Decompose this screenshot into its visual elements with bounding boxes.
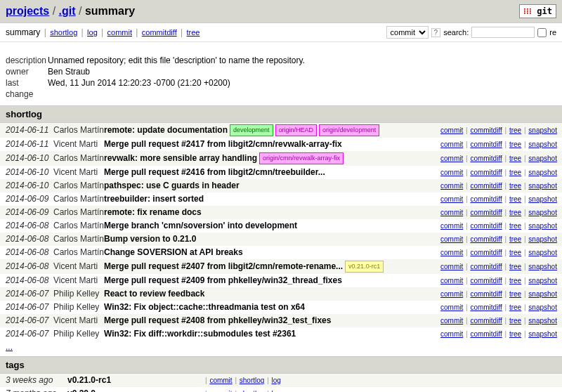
action-commitdiff[interactable]: commitdiff <box>470 155 502 162</box>
action-snapshot[interactable]: snapshot <box>528 317 557 325</box>
action-commitdiff[interactable]: commitdiff <box>470 222 502 230</box>
action-commitdiff[interactable]: commitdiff <box>470 169 502 176</box>
action-tree[interactable]: tree <box>509 330 521 338</box>
action-tree[interactable]: tree <box>509 317 521 325</box>
nav-item-tree[interactable]: tree <box>187 28 200 37</box>
action-commitdiff[interactable]: commitdiff <box>470 235 502 243</box>
commit-title[interactable]: Merge pull request #2408 from phkelley/w… <box>104 315 331 326</box>
commit-title[interactable]: Merge pull request #2417 from libgit2/cm… <box>104 139 342 150</box>
action-commit[interactable]: commit <box>440 263 463 270</box>
commit-title[interactable]: Merge pull request #2416 from libgit2/cm… <box>104 167 325 178</box>
action-commitdiff[interactable]: commitdiff <box>470 303 502 311</box>
action-tree[interactable]: tree <box>509 155 521 162</box>
action-tree[interactable]: tree <box>509 277 521 285</box>
action-tree[interactable]: tree <box>509 303 521 311</box>
action-commitdiff[interactable]: commitdiff <box>470 249 502 256</box>
action-snapshot[interactable]: snapshot <box>528 290 557 298</box>
action-snapshot[interactable]: snapshot <box>528 222 557 230</box>
nav-item-commitdiff[interactable]: commitdiff <box>142 28 177 37</box>
action-commit[interactable]: commit <box>440 277 463 285</box>
action-commit[interactable]: commit <box>440 317 463 325</box>
action-commit[interactable]: commit <box>209 377 232 384</box>
action-commit[interactable]: commit <box>440 222 463 230</box>
action-snapshot[interactable]: snapshot <box>528 277 557 285</box>
action-tree[interactable]: tree <box>509 195 521 203</box>
action-commit[interactable]: commit <box>440 169 463 176</box>
nav-item-log[interactable]: log <box>87 28 98 37</box>
action-commitdiff[interactable]: commitdiff <box>470 330 502 338</box>
action-commit[interactable]: commit <box>440 155 463 162</box>
commit-title[interactable]: Merge pull request #2407 from libgit2/cm… <box>104 261 343 272</box>
action-tree[interactable]: tree <box>509 222 521 230</box>
commit-title[interactable]: remote: fix rename docs <box>104 207 202 218</box>
action-snapshot[interactable]: snapshot <box>528 235 557 243</box>
action-commit[interactable]: commit <box>440 235 463 243</box>
action-commit[interactable]: commit <box>440 141 463 148</box>
breadcrumb-projects[interactable]: projects <box>6 5 49 17</box>
commit-title[interactable]: pathspec: use C guards in header <box>104 181 240 191</box>
action-tree[interactable]: tree <box>509 169 521 176</box>
ref-tag[interactable]: origin/HEAD <box>275 124 318 136</box>
search-input[interactable] <box>471 27 535 38</box>
action-snapshot[interactable]: snapshot <box>528 195 557 203</box>
action-commitdiff[interactable]: commitdiff <box>470 263 502 270</box>
commit-title[interactable]: revwalk: more sensible array handling <box>104 153 257 164</box>
action-tree[interactable]: tree <box>509 249 521 256</box>
action-snapshot[interactable]: snapshot <box>528 155 557 162</box>
action-commit[interactable]: commit <box>440 330 463 338</box>
shortlog-more-link[interactable]: ... <box>0 341 562 356</box>
breadcrumb-repo[interactable]: .git <box>59 5 76 17</box>
action-commitdiff[interactable]: commitdiff <box>470 182 502 190</box>
action-log[interactable]: log <box>272 377 281 384</box>
action-tree[interactable]: tree <box>509 263 521 270</box>
action-commit[interactable]: commit <box>440 209 463 216</box>
action-snapshot[interactable]: snapshot <box>528 126 557 134</box>
action-snapshot[interactable]: snapshot <box>528 169 557 176</box>
ref-tag[interactable]: development <box>230 124 273 136</box>
action-tree[interactable]: tree <box>509 290 521 298</box>
action-tree[interactable]: tree <box>509 235 521 243</box>
action-tree[interactable]: tree <box>509 182 521 190</box>
ref-tag[interactable]: origin/cmn/revwalk-array-fix <box>259 152 344 164</box>
search-re-checkbox[interactable] <box>537 28 547 37</box>
action-commitdiff[interactable]: commitdiff <box>470 126 502 134</box>
action-tree[interactable]: tree <box>509 209 521 216</box>
action-commitdiff[interactable]: commitdiff <box>470 277 502 285</box>
tag-name-link[interactable]: v0.20.0 <box>67 388 96 392</box>
action-commitdiff[interactable]: commitdiff <box>470 141 502 148</box>
nav-item-commit[interactable]: commit <box>107 28 132 37</box>
tag-name-link[interactable]: v0.21.0-rc1 <box>67 375 111 385</box>
action-commit[interactable]: commit <box>440 195 463 203</box>
commit-title[interactable]: Bump version to 0.21.0 <box>104 234 196 244</box>
action-snapshot[interactable]: snapshot <box>528 263 557 270</box>
action-commitdiff[interactable]: commitdiff <box>470 195 502 203</box>
commit-title[interactable]: Merge pull request #2409 from phkelley/w… <box>104 275 342 286</box>
action-tree[interactable]: tree <box>509 141 521 148</box>
action-commit[interactable]: commit <box>440 182 463 190</box>
ref-tag[interactable]: origin/development <box>319 124 379 136</box>
commit-title[interactable]: Change SOVERSION at API breaks <box>104 247 243 258</box>
action-commitdiff[interactable]: commitdiff <box>470 209 502 216</box>
action-shortlog[interactable]: shortlog <box>240 377 265 384</box>
action-commit[interactable]: commit <box>440 290 463 298</box>
commit-title[interactable]: treebuilder: insert sorted <box>104 194 204 204</box>
commit-title[interactable]: Merge branch 'cmn/soversion' into develo… <box>104 221 297 231</box>
nav-item-shortlog[interactable]: shortlog <box>50 28 77 37</box>
commit-title[interactable]: Win32: Fix diff::workdir::submodules tes… <box>104 329 296 339</box>
commit-title[interactable]: Win32: Fix object::cache::threadmania te… <box>104 302 305 313</box>
action-commitdiff[interactable]: commitdiff <box>470 290 502 298</box>
commit-title[interactable]: React to review feedback <box>104 289 204 299</box>
action-snapshot[interactable]: snapshot <box>528 249 557 256</box>
git-logo[interactable]: ⁝⁝⁝ git <box>519 4 556 18</box>
action-commitdiff[interactable]: commitdiff <box>470 317 502 325</box>
action-commit[interactable]: commit <box>440 126 463 134</box>
ref-tag[interactable]: v0.21.0-rc1 <box>345 261 384 273</box>
commit-title[interactable]: remote: update documentation <box>104 125 228 136</box>
action-commit[interactable]: commit <box>440 303 463 311</box>
action-commit[interactable]: commit <box>440 249 463 256</box>
action-snapshot[interactable]: snapshot <box>528 182 557 190</box>
action-snapshot[interactable]: snapshot <box>528 209 557 216</box>
action-snapshot[interactable]: snapshot <box>528 303 557 311</box>
search-help-icon[interactable]: ? <box>431 28 441 37</box>
action-snapshot[interactable]: snapshot <box>528 141 557 148</box>
